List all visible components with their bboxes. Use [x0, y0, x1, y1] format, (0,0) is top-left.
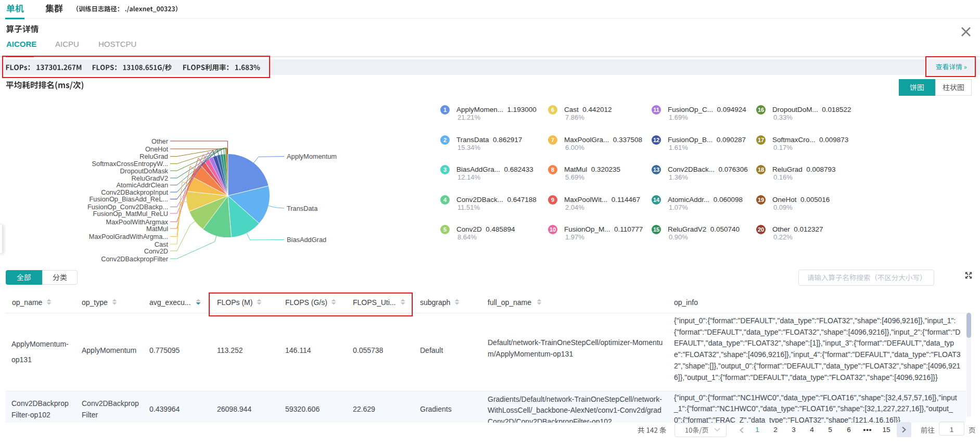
- svg-text:Conv2DBackpropFilter: Conv2DBackpropFilter: [101, 255, 168, 263]
- svg-text:MatMul: MatMul: [146, 225, 168, 233]
- svg-text:BiasAddGrad: BiasAddGrad: [287, 236, 326, 244]
- svg-text:Conv2D: Conv2D: [144, 247, 168, 255]
- svg-text:ApplyMomentum: ApplyMomentum: [287, 152, 337, 160]
- svg-text:ReluGrad: ReluGrad: [139, 152, 168, 160]
- svg-text:TransData: TransData: [287, 205, 318, 212]
- svg-text:MaxPoolGradWithArgma...: MaxPoolGradWithArgma...: [89, 233, 168, 240]
- svg-text:FusionOp_BiasAdd_ReL...: FusionOp_BiasAdd_ReL...: [89, 195, 168, 203]
- svg-text:OneHot: OneHot: [145, 145, 169, 153]
- svg-text:FusionOp_MatMul_ReLU: FusionOp_MatMul_ReLU: [93, 210, 168, 218]
- svg-text:DropoutDoMask: DropoutDoMask: [120, 167, 169, 175]
- svg-text:Other: Other: [151, 137, 169, 145]
